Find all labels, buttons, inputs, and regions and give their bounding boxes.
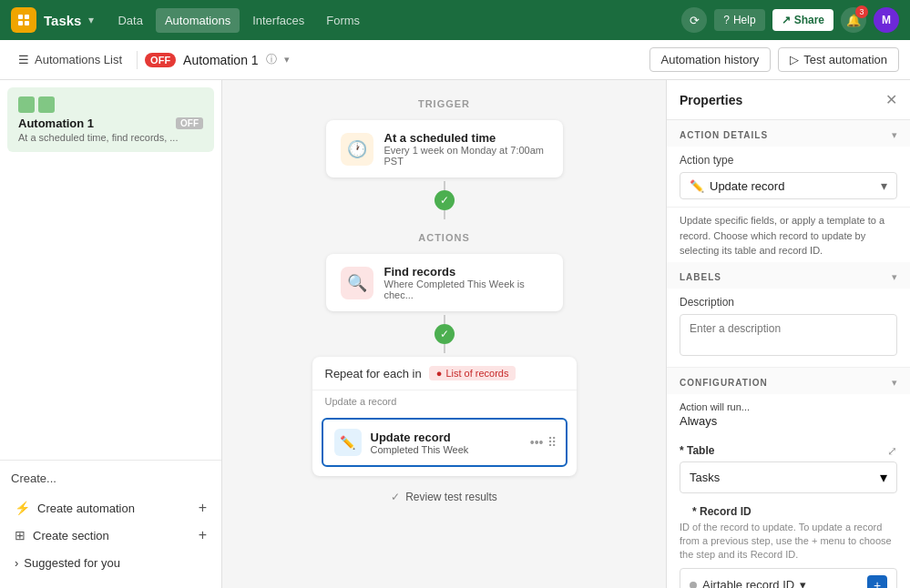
create-section-button[interactable]: ⊞ Create section +: [7, 522, 214, 549]
off-badge[interactable]: OFF: [145, 53, 176, 67]
trigger-label: TRIGGER: [418, 98, 470, 109]
repeat-source: ● List of records: [429, 366, 516, 380]
repeat-title: Repeat for each in: [325, 367, 422, 380]
table-dropdown[interactable]: Tasks ▾: [680, 461, 897, 493]
action-will-run-value: Always: [680, 414, 897, 428]
description-input[interactable]: [680, 314, 897, 356]
labels-section-header[interactable]: LABELS ▾: [667, 262, 910, 289]
automation-icon: ⚡: [15, 501, 30, 515]
config-section-header[interactable]: CONFIGURATION ▾: [667, 368, 910, 394]
svg-rect-3: [25, 21, 29, 25]
properties-panel: Properties ✕ ACTION DETAILS ▾ Action typ…: [666, 80, 910, 588]
sidebar: Automation 1 OFF At a scheduled time, fi…: [0, 80, 222, 588]
actions-check-circle: ✓: [435, 324, 455, 344]
nav-tab-data[interactable]: Data: [108, 8, 151, 33]
connector-2: ✓: [435, 315, 455, 353]
drag-handle-icon[interactable]: ⠿: [547, 435, 557, 450]
trigger-card-content: At a scheduled time Every 1 week on Mond…: [384, 131, 548, 167]
record-id-section: * Record ID: [667, 502, 910, 521]
airtable-chevron-icon: ▾: [800, 578, 806, 588]
nav-divider: [137, 51, 138, 69]
help-icon: ?: [723, 14, 730, 26]
info-icon[interactable]: ⓘ: [266, 52, 277, 67]
sub-nav: ☰ Automations List OFF Automation 1 ⓘ ▾ …: [0, 40, 910, 80]
update-card-subtitle: Completed This Week: [371, 444, 469, 455]
more-options-icon[interactable]: •••: [530, 435, 544, 450]
action-type-select[interactable]: ✏️ Update record ▾: [680, 172, 897, 199]
nav-tab-forms[interactable]: Forms: [317, 8, 369, 33]
properties-header: Properties ✕: [667, 80, 910, 120]
card-icon-find: [38, 96, 55, 113]
suggested-section[interactable]: › Suggested for you: [7, 549, 214, 577]
actions-label: ACTIONS: [418, 232, 470, 243]
svg-rect-1: [25, 15, 29, 19]
add-record-button[interactable]: +: [867, 575, 887, 588]
action-description-text: Update specific fields, or apply a templ…: [667, 208, 910, 262]
trigger-card-subtitle: Every 1 week on Monday at 7:00am PST: [384, 145, 548, 167]
update-card-title: Update record: [371, 431, 469, 444]
repeat-header: Repeat for each in ● List of records: [312, 357, 577, 390]
connector-line-2: [444, 210, 445, 219]
svg-rect-2: [18, 21, 23, 25]
notifications-button[interactable]: 🔔 3: [841, 7, 866, 33]
share-button[interactable]: ↗ Share: [772, 9, 833, 31]
action-type-group: Action type ✏️ Update record ▾: [667, 147, 910, 208]
main-layout: Automation 1 OFF At a scheduled time, fi…: [0, 80, 910, 588]
test-automation-button[interactable]: ▷ Test automation: [778, 47, 899, 72]
config-chevron-icon[interactable]: ▾: [892, 377, 897, 389]
card-icon-schedule: [18, 96, 35, 113]
find-records-card[interactable]: 🔍 Find records Where Completed This Week…: [326, 254, 563, 311]
update-record-card[interactable]: ✏️ Update record Completed This Week •••…: [322, 418, 567, 467]
table-expand-icon[interactable]: ⤢: [887, 444, 897, 458]
review-check-icon: ✓: [391, 491, 400, 503]
history-button[interactable]: Automation history: [649, 47, 772, 72]
user-avatar[interactable]: M: [874, 7, 899, 33]
table-section-header: * Table ⤢: [667, 444, 910, 461]
labels-chevron-icon[interactable]: ▾: [892, 271, 897, 283]
action-will-run-label: Action will run...: [680, 401, 897, 412]
repeat-block: Repeat for each in ● List of records Upd…: [312, 357, 577, 476]
nav-tab-interfaces[interactable]: Interfaces: [243, 8, 313, 33]
automations-list-button[interactable]: ☰ Automations List: [11, 49, 129, 70]
connector-line-3: [444, 315, 445, 324]
plus-icon: +: [199, 500, 207, 516]
action-type-icon: ✏️: [690, 179, 704, 193]
automation-card-desc: At a scheduled time, find records, ...: [18, 132, 203, 143]
action-details-section-header[interactable]: ACTION DETAILS ▾: [667, 120, 910, 147]
connector-line-4: [444, 344, 445, 353]
schedule-icon: 🕐: [341, 133, 373, 166]
canvas-area: TRIGGER 🕐 At a scheduled time Every 1 we…: [222, 80, 666, 588]
notification-badge: 3: [855, 5, 868, 18]
app-name: Tasks: [44, 13, 81, 28]
airtable-record-select[interactable]: Airtable record ID ▾ +: [680, 568, 897, 588]
review-test-results[interactable]: ✓ Review test results: [391, 491, 497, 503]
create-section-title: Create...: [7, 471, 214, 485]
card-icons: [18, 96, 203, 113]
config-label: CONFIGURATION: [680, 378, 768, 388]
update-card-content: Update record Completed This Week: [371, 431, 469, 455]
help-button[interactable]: ? Help: [714, 9, 764, 31]
app-logo[interactable]: [11, 7, 36, 33]
automation-name-chevron-icon[interactable]: ▾: [284, 54, 290, 66]
card-off-badge: OFF: [176, 117, 203, 129]
create-automation-button[interactable]: ⚡ Create automation +: [7, 494, 214, 522]
top-nav: Tasks ▾ Data Automations Interfaces Form…: [0, 0, 910, 40]
trigger-card[interactable]: 🕐 At a scheduled time Every 1 week on Mo…: [326, 120, 563, 177]
properties-title: Properties: [680, 93, 742, 107]
description-label: Description: [680, 296, 897, 309]
airtable-dot-icon: [690, 582, 697, 588]
record-id-label: * Record ID: [680, 502, 764, 520]
config-section: Action will run... Always: [667, 394, 910, 444]
automation-card[interactable]: Automation 1 OFF At a scheduled time, fi…: [7, 87, 214, 152]
close-button[interactable]: ✕: [885, 91, 897, 108]
chevron-right-icon: ›: [15, 556, 18, 570]
action-details-chevron-icon[interactable]: ▾: [892, 129, 897, 141]
record-id-desc: ID of the record to update. To update a …: [667, 521, 910, 568]
app-chevron-icon[interactable]: ▾: [88, 14, 94, 26]
find-card-title: Find records: [384, 265, 548, 279]
nav-tab-automations[interactable]: Automations: [156, 8, 240, 33]
history-icon-btn[interactable]: ⟳: [681, 7, 707, 33]
automation-name[interactable]: Automation 1: [183, 53, 259, 67]
description-group: Description: [667, 289, 910, 368]
sidebar-content: Automation 1 OFF At a scheduled time, fi…: [0, 80, 221, 460]
